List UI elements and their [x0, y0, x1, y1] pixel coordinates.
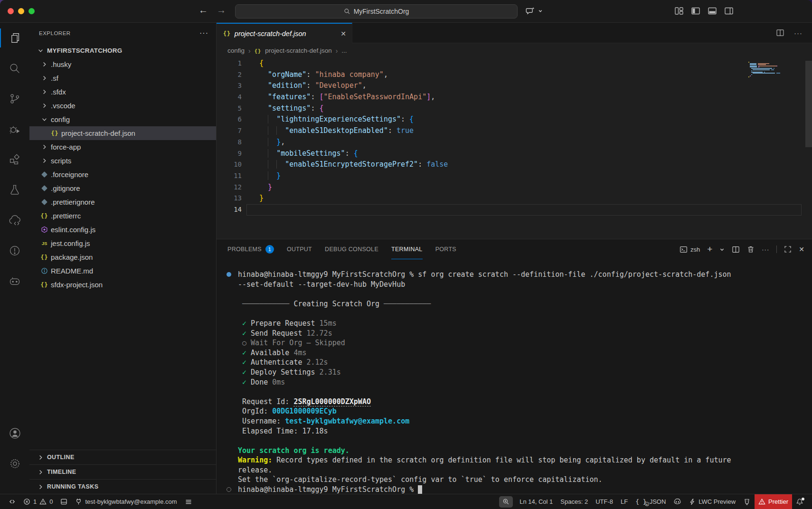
default-org-status[interactable]: test-byklgwbtafwy@example.com: [71, 494, 180, 509]
notifications-status[interactable]: [792, 494, 807, 509]
tree-item-myfirstscratchorg[interactable]: MYFIRSTSCRATCHORG: [29, 44, 216, 57]
sidebar-item-testing[interactable]: [0, 175, 29, 205]
encoding-status[interactable]: UTF-8: [592, 494, 617, 509]
copilot-chat-button[interactable]: [525, 6, 543, 16]
sidebar-section-timeline[interactable]: TIMELINE: [29, 464, 216, 479]
tree-item--husky[interactable]: .husky: [29, 57, 216, 71]
code-segment: [276, 160, 285, 169]
minimize-window-button[interactable]: [18, 8, 24, 14]
remote-indicator[interactable]: [5, 494, 19, 509]
eol-label: LF: [621, 498, 628, 505]
split-terminal-icon[interactable]: [732, 245, 740, 254]
tree-item-jest-config-js[interactable]: JSjest.config.js: [29, 236, 216, 250]
settings-button[interactable]: [0, 448, 29, 479]
split-editor-icon[interactable]: [776, 28, 784, 37]
sidebar-item-explorer[interactable]: [0, 23, 29, 53]
jest-status[interactable]: [739, 494, 755, 509]
toggle-primary-sidebar-icon[interactable]: [691, 6, 700, 16]
close-panel-icon[interactable]: ✕: [799, 245, 804, 253]
tree-item-package-json[interactable]: {}package.json: [29, 250, 216, 264]
source-control-icon: [9, 93, 21, 105]
code-segment: [259, 149, 268, 158]
accounts-button[interactable]: [0, 418, 29, 448]
panel-more-actions[interactable]: ···: [762, 246, 769, 253]
sidebar-item-extensions[interactable]: [0, 144, 29, 175]
tree-item--prettierignore[interactable]: .prettierignore: [29, 195, 216, 209]
code-segment: [259, 171, 268, 180]
copilot-status[interactable]: [670, 494, 685, 509]
customize-layout-icon[interactable]: [674, 6, 684, 16]
line-number: 2: [217, 69, 242, 81]
zoom-indicator[interactable]: [499, 496, 513, 508]
sidebar-item-run-debug[interactable]: [0, 114, 29, 144]
editor-layout-status[interactable]: [57, 494, 71, 509]
command-decoration-icon[interactable]: [227, 272, 231, 277]
command-center-search[interactable]: MyFirstScratchOrg: [235, 4, 518, 19]
tree-item--gitignore[interactable]: .gitignore: [29, 181, 216, 195]
editor-scrollbar[interactable]: [805, 61, 812, 147]
tree-item-config[interactable]: config: [29, 113, 216, 126]
sidebar-item-source-control[interactable]: [0, 84, 29, 114]
problems-status[interactable]: 1 0: [19, 494, 57, 509]
language-mode-status[interactable]: { }✕ JSON: [632, 494, 670, 509]
tree-item-eslint-config-js[interactable]: eslint.config.js: [29, 223, 216, 236]
sidebar-item-agent[interactable]: [0, 266, 29, 296]
tab-project-scratch-def[interactable]: {} project-scratch-def.json ✕: [217, 23, 352, 43]
editor-more-actions[interactable]: ···: [794, 29, 803, 37]
tree-item--vscode[interactable]: .vscode: [29, 99, 216, 113]
code-segment: [259, 138, 268, 146]
sidebar-item-problems[interactable]: [0, 236, 29, 266]
tree-item--sf[interactable]: .sf: [29, 71, 216, 85]
panel-tab-ports[interactable]: PORTS: [435, 239, 456, 259]
breadcrumb-tail[interactable]: ...: [341, 47, 347, 54]
tree-item-readme-md[interactable]: README.md: [29, 264, 216, 278]
zoom-window-button[interactable]: [28, 8, 35, 14]
maximize-panel-icon[interactable]: [784, 245, 792, 253]
panel-tab-debug-console[interactable]: DEBUG CONSOLE: [325, 239, 378, 259]
terminal[interactable]: hinaba@hinaba-ltmggy9 MyFirstScratchOrg …: [217, 259, 812, 494]
tree-item-force-app[interactable]: force-app: [29, 140, 216, 154]
panel-tab-terminal[interactable]: TERMINAL: [391, 239, 423, 259]
breadcrumb-folder[interactable]: config: [227, 47, 245, 54]
cursor-position-status[interactable]: Ln 14, Col 1: [516, 494, 557, 509]
terminal-instance-zsh[interactable]: zsh: [680, 245, 700, 254]
tree-item-scripts[interactable]: scripts: [29, 154, 216, 168]
new-terminal-button[interactable]: +: [707, 244, 712, 254]
terminal-segment[interactable]: test-byklgwbtafwy@example.com: [285, 417, 409, 425]
sidebar-section-outline[interactable]: OUTLINE: [29, 450, 216, 464]
tree-item-sfdx-project-json[interactable]: {}sfdx-project.json: [29, 278, 216, 292]
eol-status[interactable]: LF: [617, 494, 632, 509]
prompt-circle-icon[interactable]: [227, 487, 231, 492]
terminal-segment[interactable]: 2SRgL000000DZXpWAO: [293, 397, 371, 406]
tree-item--forceignore[interactable]: .forceignore: [29, 168, 216, 181]
panel-tab-output[interactable]: OUTPUT: [287, 239, 312, 259]
tree-item--sfdx[interactable]: .sfdx: [29, 85, 216, 99]
terminal-segment: ✓: [238, 368, 251, 377]
menu-status[interactable]: [181, 494, 196, 509]
sidebar-item-org-browser[interactable]: [0, 205, 29, 236]
terminal-segment[interactable]: 00DG1000009ECyb: [272, 407, 336, 415]
lwc-preview-status[interactable]: LWC Preview: [685, 494, 739, 509]
prettier-status[interactable]: Prettier: [755, 494, 792, 509]
sidebar-section-running-tasks[interactable]: RUNNING TASKS: [29, 479, 216, 494]
tree-item--prettierrc[interactable]: {}.prettierrc: [29, 209, 216, 223]
breadcrumb-file[interactable]: project-scratch-def.json: [265, 47, 331, 54]
explorer-more-actions[interactable]: ···: [199, 29, 208, 38]
code-editor[interactable]: 1{2 "orgName": "hinaba company",3 "editi…: [217, 58, 812, 239]
sidebar-item-search[interactable]: [0, 53, 29, 84]
back-arrow-button[interactable]: ←: [198, 5, 208, 16]
terminal-line: Your scratch org is ready.: [238, 446, 812, 456]
minimap[interactable]: [748, 62, 778, 79]
chevron-down-icon[interactable]: [719, 247, 725, 252]
panel-tab-problems[interactable]: PROBLEMS1: [227, 239, 274, 259]
close-tab-icon[interactable]: ✕: [340, 30, 346, 38]
trash-icon[interactable]: [747, 245, 755, 253]
tree-item-project-scratch-def-json[interactable]: {}project-scratch-def.json: [29, 126, 216, 140]
terminal-segment: Authenticate: [251, 358, 306, 367]
toggle-panel-icon[interactable]: [708, 6, 717, 16]
info-file-icon: [40, 267, 49, 275]
forward-arrow-button[interactable]: →: [217, 5, 226, 16]
indentation-status[interactable]: Spaces: 2: [557, 494, 592, 509]
close-window-button[interactable]: [8, 8, 14, 14]
toggle-secondary-sidebar-icon[interactable]: [724, 6, 734, 16]
